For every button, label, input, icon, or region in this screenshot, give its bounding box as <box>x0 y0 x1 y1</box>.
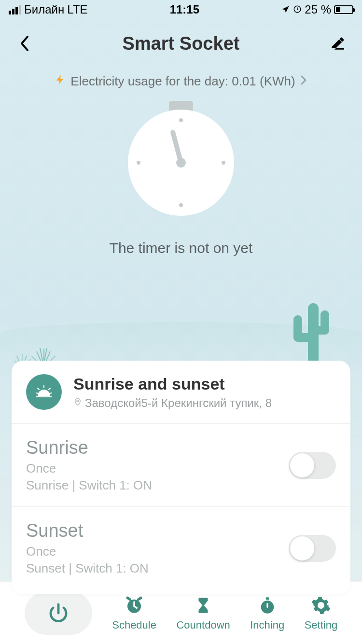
timer-status-text: The timer is not on yet <box>0 240 362 256</box>
sunset-toggle[interactable] <box>289 535 336 562</box>
chevron-right-icon <box>300 74 307 89</box>
status-left: Билайн LTE <box>9 3 87 16</box>
sunset-row: Sunset Once Sunset | Switch 1: ON <box>12 507 350 589</box>
clock-label: 11:15 <box>170 3 199 16</box>
sunrise-sunset-card: Sunrise and sunset Заводской5-й Крекингс… <box>12 361 350 594</box>
sunrise-icon <box>26 374 62 410</box>
sunset-title: Sunset <box>26 520 289 541</box>
back-button[interactable] <box>14 34 34 53</box>
stopwatch-icon <box>128 110 234 216</box>
power-button[interactable] <box>25 591 92 635</box>
nav-schedule[interactable]: Schedule <box>112 595 156 631</box>
orientation-lock-icon <box>293 3 302 16</box>
sunrise-freq: Once <box>26 461 289 476</box>
sunrise-row: Sunrise Once Sunrise | Switch 1: ON <box>12 424 350 507</box>
svg-rect-5 <box>313 326 329 335</box>
location-text: Заводской5-й Крекингский тупик, 8 <box>85 396 272 410</box>
sunrise-title: Sunrise <box>26 437 289 458</box>
svg-line-7 <box>38 388 39 390</box>
card-location: Заводской5-й Крекингский тупик, 8 <box>73 396 336 410</box>
svg-rect-3 <box>293 333 313 342</box>
alarm-clock-icon <box>124 595 145 616</box>
signal-icon <box>9 5 21 14</box>
status-right: 25 % <box>281 3 353 16</box>
nav-setting-label: Setting <box>305 619 338 631</box>
usage-text: Electricity usage for the day: 0.01 (KWh… <box>70 74 295 89</box>
stopwatch-small-icon <box>257 595 278 616</box>
svg-line-9 <box>36 393 38 393</box>
svg-rect-15 <box>265 597 269 600</box>
sunset-freq: Once <box>26 544 289 559</box>
svg-line-10 <box>50 393 52 393</box>
location-icon <box>281 3 290 16</box>
timer-area: The timer is not on yet <box>0 110 362 361</box>
nav-countdown-label: Countdown <box>176 619 230 631</box>
page-title: Smart Socket <box>123 33 240 54</box>
svg-line-8 <box>49 388 50 390</box>
sunrise-toggle[interactable] <box>289 452 336 479</box>
carrier-label: Билайн <box>24 3 64 16</box>
card-header[interactable]: Sunrise and sunset Заводской5-й Крекингс… <box>12 374 350 424</box>
header: Smart Socket <box>0 19 362 68</box>
hourglass-icon <box>193 595 214 616</box>
battery-icon <box>334 5 353 14</box>
electricity-usage-row[interactable]: Electricity usage for the day: 0.01 (KWh… <box>0 72 362 90</box>
sunset-detail: Sunset | Switch 1: ON <box>26 561 289 576</box>
nav-inching[interactable]: Inching <box>250 595 284 631</box>
nav-countdown[interactable]: Countdown <box>176 595 230 631</box>
nav-inching-label: Inching <box>250 619 284 631</box>
sunrise-detail: Sunrise | Switch 1: ON <box>26 478 289 493</box>
gear-icon <box>310 595 332 616</box>
card-title: Sunrise and sunset <box>73 375 336 393</box>
battery-percent: 25 % <box>305 3 331 16</box>
status-bar: Билайн LTE 11:15 25 % <box>0 0 362 19</box>
nav-schedule-label: Schedule <box>112 619 156 631</box>
edit-button[interactable] <box>328 34 348 53</box>
network-label: LTE <box>67 3 87 16</box>
location-pin-icon <box>73 396 82 410</box>
svg-point-12 <box>77 400 79 402</box>
bolt-icon <box>55 72 66 90</box>
nav-setting[interactable]: Setting <box>305 595 338 631</box>
